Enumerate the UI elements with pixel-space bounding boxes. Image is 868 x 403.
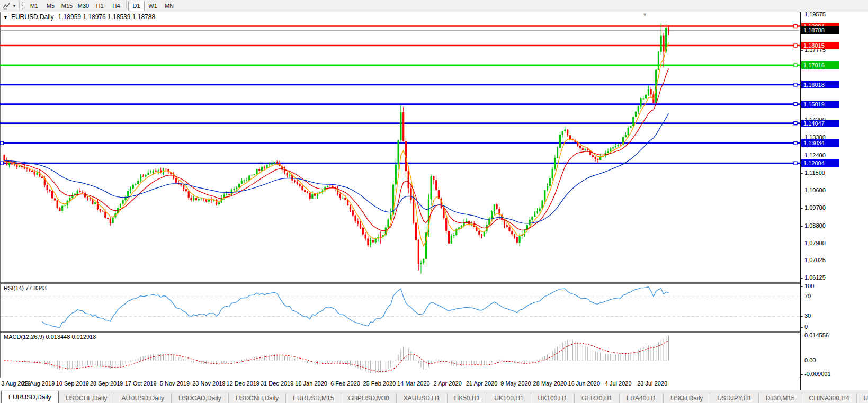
price-axis-tick	[801, 297, 803, 297]
chart-tab-ger30-h1[interactable]: GER30,H1	[575, 393, 620, 403]
price-axis-tick	[801, 191, 803, 191]
price-axis-tick	[801, 278, 803, 279]
time-axis-label: 16 Jun 2020	[568, 380, 601, 387]
time-axis-label: 31 Dec 2019	[261, 380, 293, 387]
chart-tab-usdcad-daily[interactable]: USDCAD,Daily	[172, 393, 229, 403]
line-handle[interactable]	[794, 141, 797, 145]
price-axis-label: 1.07025	[804, 257, 826, 263]
timeframe-button-m5[interactable]: M5	[42, 1, 59, 11]
chart-tab-gbpusd-m30[interactable]: GBPUSD,M30	[341, 393, 396, 403]
chart-tab-xauusd-h1[interactable]: XAUUSD,H1	[397, 393, 448, 403]
time-axis-label: 21 Apr 2020	[466, 380, 497, 387]
price-badge: 1.18015	[801, 42, 839, 49]
timeframe-button-h1[interactable]: H1	[92, 1, 108, 11]
time-axis-label: 12 Dec 2019	[227, 380, 259, 387]
chart-tab-usoil-daily[interactable]: USOil,Daily	[664, 393, 710, 403]
time-axis-label: 18 Jan 2020	[295, 380, 327, 387]
time-axis-label: 28 Sep 2019	[90, 380, 123, 387]
price-badge: 1.12004	[801, 159, 839, 167]
chart-shift-marker-icon[interactable]: ▼	[642, 12, 647, 17]
rsi-indicator-label: RSI(14) 77.8343	[4, 285, 47, 291]
chart-tool-icon[interactable]	[2, 2, 11, 10]
price-badge: 1.17016	[801, 61, 839, 69]
chart-tab-audusd-daily[interactable]: AUDUSD,Daily	[114, 393, 172, 403]
price-axis[interactable]: 1.195751.177751.168751.142001.133001.124…	[800, 12, 868, 390]
price-axis-tick	[801, 50, 803, 51]
chart-tab-hk50-h1[interactable]: HK50,H1	[448, 393, 488, 403]
price-axis-label: 0.014556	[804, 332, 829, 338]
line-handle[interactable]	[794, 83, 797, 86]
line-handle[interactable]	[794, 122, 797, 125]
line-handle[interactable]	[794, 162, 797, 165]
chart-tab-usdcnh-daily[interactable]: USDCNH,Daily	[229, 393, 286, 403]
toolbar-separator	[126, 1, 127, 9]
toolbar-drag-handle[interactable]	[22, 2, 24, 10]
time-axis-label: 17 Oct 2019	[125, 380, 157, 387]
price-axis-label: 1.06125	[804, 274, 826, 281]
timeframe-button-m1[interactable]: M1	[26, 1, 42, 11]
price-axis-label: 70	[804, 293, 811, 299]
price-axis-tick	[801, 336, 803, 336]
time-axis-label: 28 May 2020	[533, 380, 567, 387]
price-badge: 1.13034	[801, 139, 839, 147]
price-axis-label: 1.07900	[804, 240, 826, 246]
price-axis-tick	[801, 208, 803, 209]
time-axis-label: 10 Sep 2019	[56, 380, 89, 387]
macd-pane-frame	[1, 333, 800, 378]
timeframe-button-d1[interactable]: D1	[128, 1, 145, 11]
price-axis-tick	[801, 361, 803, 361]
timeframe-button-w1[interactable]: W1	[145, 1, 161, 11]
timeframe-button-h4[interactable]: H4	[108, 1, 124, 11]
price-badge: 1.16018	[801, 81, 839, 88]
chart-tab-china300-h4[interactable]: CHINA300,H4	[802, 393, 857, 403]
time-axis-label: 6 Feb 2020	[330, 380, 360, 387]
time-axis-label: 5 Nov 2019	[160, 380, 190, 387]
toolbar-separator	[19, 2, 20, 10]
chart-tab-usoil-h4[interactable]: USOil,H4	[857, 393, 868, 403]
price-axis-tick	[801, 261, 803, 261]
chart-ohlc-values: 1.18959 1.18976 1.18539 1.18788	[58, 13, 156, 21]
chart-tab-fra40-h1[interactable]: FRA40,H1	[620, 393, 664, 403]
chart-tab-usdchf-daily[interactable]: USDCHF,Daily	[59, 393, 115, 403]
macd-indicator-label: MACD(12,26,9) 0.013448 0.012918	[4, 334, 96, 340]
line-handle[interactable]	[794, 25, 797, 28]
chart-tab-dj30-m15[interactable]: DJ30,M15	[759, 393, 802, 403]
price-axis-tick	[801, 244, 803, 244]
chart-tab-uk100-h1[interactable]: UK100,H1	[531, 393, 575, 403]
chart-tab-uk100-h1[interactable]: UK100,H1	[487, 393, 531, 403]
price-axis-tick	[801, 173, 803, 174]
price-axis-label: 30	[804, 312, 811, 319]
chart-tab-eurusd-daily[interactable]: EURUSD,Daily	[1, 391, 59, 403]
price-axis-tick	[801, 15, 803, 15]
time-axis-label: 4 Jul 2020	[605, 380, 632, 387]
chart-tool-dropdown-icon[interactable]: ▼	[11, 4, 17, 8]
price-axis-label: 1.08800	[804, 222, 826, 229]
time-axis[interactable]: 3 Aug 201922 Aug 201910 Sep 201928 Sep 2…	[0, 378, 800, 390]
price-axis-label: 1.09700	[804, 204, 826, 211]
line-handle[interactable]	[794, 103, 797, 106]
price-badge: 1.15019	[801, 101, 839, 108]
price-axis-label: 100	[804, 283, 814, 289]
price-axis-tick	[801, 138, 803, 138]
chart-tab-bar: EURUSD,DailyUSDCHF,DailyAUDUSD,DailyUSDC…	[0, 390, 868, 403]
price-chart-pane[interactable]	[0, 0, 800, 390]
price-badge: 1.18788	[801, 26, 839, 34]
timeframe-button-mn[interactable]: MN	[161, 1, 177, 11]
line-handle[interactable]	[794, 44, 797, 47]
timeframe-button-m30[interactable]: M30	[75, 1, 92, 11]
chart-title: ▼EURUSD,Daily1.18959 1.18976 1.18539 1.1…	[3, 13, 155, 21]
line-handle[interactable]	[794, 64, 797, 67]
price-axis-label: 0	[804, 324, 808, 330]
price-axis-tick	[801, 316, 803, 317]
timeframe-button-m15[interactable]: M15	[59, 1, 75, 11]
chart-tab-eurusd-m15[interactable]: EURUSD,M15	[286, 393, 341, 403]
price-axis-label: 1.11500	[804, 169, 825, 176]
chart-pane-frame	[1, 12, 800, 283]
price-axis-label: -0.009001	[804, 371, 831, 377]
chart-tab-usdjpy-h1[interactable]: USDJPY,H1	[710, 393, 758, 403]
price-axis-tick	[801, 156, 803, 156]
symbol-dropdown-icon[interactable]: ▼	[3, 15, 8, 20]
price-badge: 1.14047	[801, 120, 839, 127]
line-handle[interactable]	[1, 141, 4, 145]
line-handle[interactable]	[1, 162, 4, 165]
